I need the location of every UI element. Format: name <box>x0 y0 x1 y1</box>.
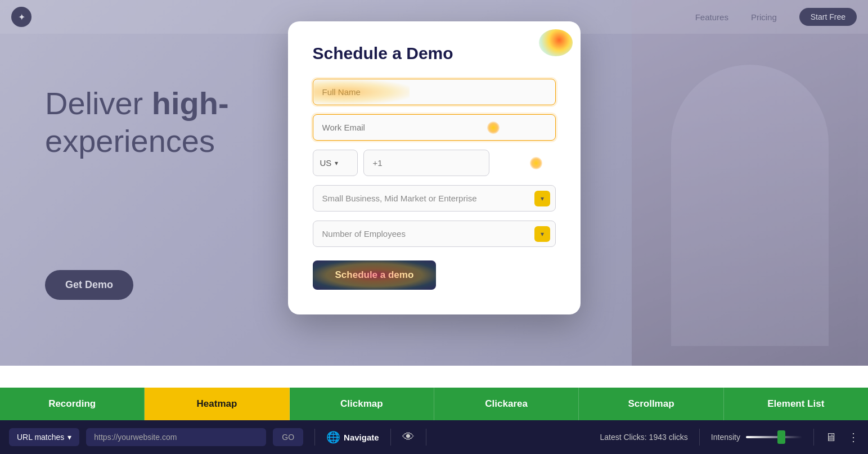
toolbar-heatmap[interactable]: Heatmap <box>145 388 289 420</box>
divider-2 <box>390 429 391 446</box>
eye-icon: 👁 <box>402 430 415 444</box>
heatmap-blob-close <box>539 29 573 56</box>
url-match-arrow-icon: ▾ <box>68 433 71 442</box>
toolbar-element-list[interactable]: Element List <box>724 388 868 420</box>
toolbar: Recording Heatmap Clickmap Clickarea Scr… <box>0 388 868 420</box>
divider-5 <box>813 429 814 446</box>
toolbar-clickarea[interactable]: Clickarea <box>434 388 579 420</box>
url-bar: URL matches ▾ GO 🌐 Navigate 👁 Latest Cli… <box>0 420 868 454</box>
navigate-label: Navigate <box>344 433 379 442</box>
business-type-select[interactable]: Small Business, Mid Market or Enterprise… <box>313 185 556 212</box>
work-email-group <box>313 114 556 141</box>
url-match-button[interactable]: URL matches ▾ <box>9 428 79 446</box>
more-options-icon[interactable]: ⋮ <box>848 430 859 444</box>
go-button[interactable]: GO <box>273 428 303 446</box>
url-match-label: URL matches <box>17 433 64 442</box>
schedule-demo-button[interactable]: Schedule a demo <box>313 260 437 290</box>
full-name-input[interactable] <box>313 79 556 105</box>
intensity-label: Intensity <box>711 433 740 442</box>
heatmap-blob-phone <box>530 157 542 169</box>
intensity-slider[interactable] <box>746 436 802 438</box>
phone-group: US ▾ <box>313 150 556 176</box>
employees-select[interactable]: Number of Employees 1-10 11-50 51-200 20… <box>313 221 556 247</box>
full-name-group <box>313 79 556 105</box>
divider-4 <box>699 429 700 446</box>
monitor-icon[interactable]: 🖥 <box>825 431 836 444</box>
work-email-input[interactable] <box>313 114 556 141</box>
toolbar-clickmap[interactable]: Clickmap <box>290 388 434 420</box>
divider-1 <box>314 429 315 446</box>
country-code: US <box>320 158 332 168</box>
divider-3 <box>426 429 426 446</box>
schedule-demo-modal: Schedule a Demo US ▾ Small Business, Mid… <box>288 21 581 314</box>
phone-input[interactable] <box>363 150 489 176</box>
phone-input-wrapper <box>363 150 556 176</box>
toolbar-recording[interactable]: Recording <box>0 388 145 420</box>
business-type-group: Small Business, Mid Market or Enterprise… <box>313 185 556 212</box>
toolbar-scrollmap[interactable]: Scrollmap <box>579 388 723 420</box>
navigate-button[interactable]: 🌐 Navigate <box>326 430 379 444</box>
country-select[interactable]: US ▾ <box>313 150 358 176</box>
latest-clicks-stat: Latest Clicks: 1943 clicks <box>600 433 687 442</box>
country-dropdown-arrow: ▾ <box>335 159 338 167</box>
globe-icon: 🌐 <box>326 430 340 444</box>
employees-group: Number of Employees 1-10 11-50 51-200 20… <box>313 221 556 247</box>
intensity-section: Intensity <box>711 433 802 442</box>
modal-title: Schedule a Demo <box>313 44 556 63</box>
url-input[interactable] <box>86 428 266 446</box>
